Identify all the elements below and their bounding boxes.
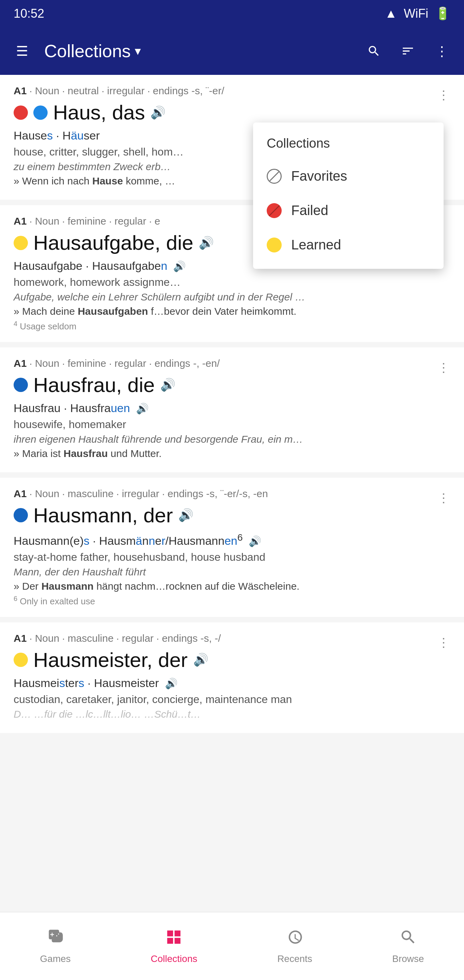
more-options-hausfrau[interactable]: ⋮ <box>434 358 454 378</box>
word-header-hausmann: Hausmann, der 🔊 <box>14 504 450 527</box>
word-card-hausmeister: A1 · Noun · masculine · regular · ending… <box>0 622 464 733</box>
dot-red <box>14 105 28 120</box>
word-italic-hausmann: Mann, der den Haushalt führt <box>14 566 450 578</box>
more-options-hausmeister[interactable]: ⋮ <box>434 633 454 653</box>
collections-dropdown: Collections Favorites Failed Learned <box>253 123 443 269</box>
speaker-icon-hausaufgabe[interactable]: 🔊 <box>199 236 214 250</box>
word-title-haus: Haus, das <box>53 101 145 124</box>
word-italic-hausaufgabe: Aufgabe, welche ein Lehrer Schülern aufg… <box>14 291 450 303</box>
browse-icon <box>399 928 417 950</box>
dropdown-item-favorites[interactable]: Favorites <box>253 159 443 193</box>
word-note-hausaufgabe: 4 Usage seldom <box>14 320 450 332</box>
word-example-hausaufgabe: » Mach deine Hausaufgaben f…bevor dein V… <box>14 305 450 317</box>
title-text: Collections <box>44 41 130 61</box>
dropdown-item-learned[interactable]: Learned <box>253 228 443 262</box>
status-icons: ▲ WiFi 🔋 <box>385 6 450 21</box>
word-title-hausaufgabe: Hausaufgabe, die <box>33 231 193 255</box>
filter-button[interactable] <box>396 39 420 63</box>
word-def-hausmeister: custodian, caretaker, janitor, concierge… <box>14 693 450 706</box>
speaker-icon-forms-hausmeister[interactable]: 🔊 <box>165 678 178 689</box>
word-def-hausaufgabe: homework, homework assignme… <box>14 276 450 288</box>
search-button[interactable] <box>362 39 386 63</box>
failed-icon <box>267 203 282 218</box>
games-icon <box>47 928 64 950</box>
word-example-hausmann: » Der Hausmann hängt nachm…rocknen auf d… <box>14 581 450 592</box>
filter-icon <box>401 44 415 58</box>
speaker-icon-forms[interactable]: 🔊 <box>173 261 186 272</box>
word-def-hausfrau: housewife, homemaker <box>14 418 450 431</box>
learned-icon <box>267 237 282 253</box>
time: 10:52 <box>14 6 44 21</box>
dot-blue-filled <box>14 378 28 392</box>
nav-item-games[interactable]: Games <box>30 921 81 971</box>
dot-yellow-2 <box>14 653 28 667</box>
word-forms-hausmeister: Hausmeisters · Hausmeister 🔊 <box>14 676 450 690</box>
word-header-hausfrau: Hausfrau, die 🔊 <box>14 373 450 397</box>
word-title-hausmann: Hausmann, der <box>33 504 173 527</box>
collections-label: Collections <box>151 953 197 964</box>
word-italic-hausfrau: ihren eigenen Haushalt führende und beso… <box>14 434 450 445</box>
word-def-hausmann: stay-at-home father, househusband, house… <box>14 551 450 563</box>
word-title-hausmeister: Hausmeister, der <box>33 648 188 672</box>
dot-yellow <box>14 236 28 250</box>
more-options-button[interactable]: ⋮ <box>430 39 454 63</box>
games-label: Games <box>40 953 71 964</box>
dot-blue <box>33 105 48 120</box>
level-badge: A1 <box>14 85 27 97</box>
battery-icon: 🔋 <box>435 6 450 21</box>
wifi-icon: WiFi <box>404 6 428 21</box>
speaker-icon-forms-hausmann[interactable]: 🔊 <box>249 536 261 547</box>
signal-icon: ▲ <box>385 6 397 21</box>
menu-button[interactable]: ☰ <box>10 39 34 63</box>
dot-blue-filled-2 <box>14 508 28 522</box>
word-meta-haus: A1 · Noun · neutral · irregular · ending… <box>14 85 450 97</box>
speaker-icon-forms-hausfrau[interactable]: 🔊 <box>136 403 149 414</box>
word-header-haus: Haus, das 🔊 <box>14 101 450 124</box>
word-meta-hausfrau: A1 · Noun · feminine · regular · endings… <box>14 358 450 369</box>
search-icon <box>367 44 381 58</box>
word-title-hausfrau: Hausfrau, die <box>33 373 155 397</box>
collections-icon <box>165 928 183 950</box>
recents-icon <box>286 928 304 950</box>
word-card-hausmann: A1 · Noun · masculine · irregular · endi… <box>0 478 464 617</box>
speaker-icon[interactable]: 🔊 <box>150 105 166 120</box>
word-meta-hausmeister: A1 · Noun · masculine · regular · ending… <box>14 633 450 644</box>
word-example-hausfrau: » Maria ist Hausfrau und Mutter. <box>14 448 450 460</box>
speaker-icon-hausmann[interactable]: 🔊 <box>178 508 194 522</box>
word-card-hausfrau: A1 · Noun · feminine · regular · endings… <box>0 347 464 472</box>
dropdown-title: Collections <box>253 129 443 159</box>
word-italic-hausmeister: D… …für die …lc…llt…lio… …Schü…t… <box>14 708 450 720</box>
recents-label: Recents <box>277 953 312 964</box>
failed-label: Failed <box>291 203 328 218</box>
more-options-hausmann[interactable]: ⋮ <box>434 488 454 508</box>
favorites-icon <box>267 169 282 184</box>
hamburger-icon: ☰ <box>16 43 28 59</box>
browse-label: Browse <box>392 953 424 964</box>
speaker-icon-hausmeister[interactable]: 🔊 <box>193 653 208 667</box>
nav-item-recents[interactable]: Recents <box>267 921 323 971</box>
nav-item-collections[interactable]: Collections <box>140 921 208 971</box>
status-bar: 10:52 ▲ WiFi 🔋 <box>0 0 464 27</box>
dropdown-item-failed[interactable]: Failed <box>253 193 443 228</box>
word-meta-hausmann: A1 · Noun · masculine · irregular · endi… <box>14 488 450 500</box>
app-bar-actions: ⋮ <box>362 39 454 63</box>
more-icon: ⋮ <box>435 43 449 59</box>
favorites-label: Favorites <box>291 169 347 184</box>
bottom-nav: Games Collections Recents Browse <box>0 912 464 980</box>
dropdown-chevron-icon[interactable]: ▾ <box>135 44 141 58</box>
word-forms-hausfrau: Hausfrau · Hausfrauen 🔊 <box>14 401 450 415</box>
word-forms-hausmann: Hausmann(e)s · Hausmänner/Hausmannen6 🔊 <box>14 532 450 547</box>
app-bar-title: Collections ▾ <box>44 41 352 61</box>
app-bar: ☰ Collections ▾ ⋮ <box>0 27 464 75</box>
more-options-haus[interactable]: ⋮ <box>434 85 454 105</box>
word-header-hausmeister: Hausmeister, der 🔊 <box>14 648 450 672</box>
word-note-hausmann: 6 Only in exalted use <box>14 595 450 607</box>
nav-item-browse[interactable]: Browse <box>382 921 434 971</box>
speaker-icon-hausfrau[interactable]: 🔊 <box>160 378 176 392</box>
learned-label: Learned <box>291 237 341 253</box>
